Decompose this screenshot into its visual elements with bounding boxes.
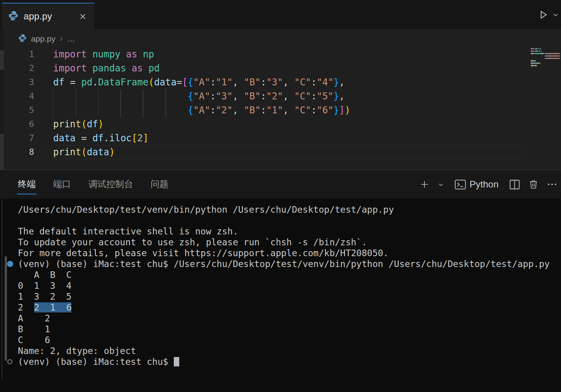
terminal-output: /Users/chu/Desktop/test/venv/bin/python … [0,204,561,367]
panel-tab[interactable]: 端口 [53,170,71,199]
panel-tabs: 终端端口调试控制台问题 [18,170,168,199]
run-button[interactable] [538,9,549,20]
terminal-cursor [174,357,179,366]
terminal-line: 2 2 1 6 [0,302,561,313]
tab-label: app.py [24,11,52,22]
terminal-icon [455,179,466,190]
code-line[interactable]: 6print(df) [0,117,522,131]
minimap[interactable] [530,47,560,74]
code-line[interactable]: 2import pandas as pd [0,61,522,75]
terminal-panel[interactable]: /Users/chu/Desktop/test/venv/bin/python … [0,199,561,392]
code-line[interactable]: 8print(data) [0,145,522,159]
terminal-line: B 1 [0,324,561,335]
terminal-line: C 6 [0,335,561,345]
breadcrumb: app.py › … [18,33,75,45]
terminal-line [0,215,561,226]
line-number: 8 [0,145,34,159]
indent-guides [53,103,188,117]
code-editor: app.py › … 1import numpy as np2import pa… [0,29,561,170]
active-terminal-item[interactable]: Python [455,179,499,190]
line-number: 1 [0,47,34,61]
terminal-shell-label: Python [469,179,499,190]
terminal-line: /Users/chu/Desktop/test/venv/bin/python … [0,204,561,215]
python-file-icon [18,34,27,44]
code-line-content: import pandas as pd [34,61,160,75]
code-lines[interactable]: 1import numpy as np2import pandas as pd3… [0,47,522,159]
code-line-content: import numpy as np [34,47,154,61]
terminal-line: 0 1 3 4 [0,280,561,291]
tab-app-py[interactable]: app.py [2,3,94,29]
terminal-line: For more details, please visit https://s… [0,248,561,258]
code-line-content: print(data) [34,145,115,159]
line-number: 7 [0,131,34,145]
code-line-content: df = pd.DataFrame(data=[{"A":"1", "B":"3… [34,75,345,89]
terminal-line: To update your account to use zsh, pleas… [0,237,561,248]
kill-terminal-button[interactable] [528,179,538,189]
terminal-line: (venv) (base) iMac:test chu$ [0,356,561,367]
close-icon[interactable] [78,11,88,22]
terminal-line: Name: 2, dtype: object [0,345,561,356]
command-decoration-dot[interactable] [7,261,13,267]
terminal-line: 1 3 2 5 [0,291,561,302]
breadcrumb-symbol-more[interactable]: … [67,34,75,43]
terminal-line: (venv) (base) iMac:test chu$ /Users/chu/… [0,258,561,269]
python-file-icon [8,10,19,23]
code-line[interactable]: 7data = df.iloc[2] [0,131,522,145]
breadcrumb-file[interactable]: app.py [31,34,55,43]
panel-tab[interactable]: 问题 [151,170,168,199]
panel-header: 终端端口调试控制台问题 Python [0,170,561,199]
panel-tab[interactable]: 调试控制台 [88,170,133,199]
command-decoration-ring[interactable] [7,359,12,364]
editor-tab-strip: app.py [0,0,561,29]
panel-toolbar: Python [419,170,557,199]
line-number: 4 [0,89,34,103]
breadcrumb-separator-icon: › [60,34,62,44]
terminal-line: The default interactive shell is now zsh… [0,226,561,237]
panel-tab[interactable]: 终端 [18,170,36,199]
terminal-profile-chevron-icon[interactable] [438,182,444,187]
code-line[interactable]: 4{"A":"3", "B":"2", "C":"5"}, [0,89,522,103]
code-line-content: data = df.iloc[2] [34,131,149,145]
line-number: 3 [0,75,34,89]
split-terminal-button[interactable] [509,179,520,190]
line-number: 6 [0,117,34,131]
line-number: 5 [0,103,34,117]
run-dropdown-chevron-icon[interactable] [552,12,559,18]
code-line-content: print(df) [34,117,104,131]
more-actions-icon[interactable] [547,179,557,189]
code-line-content: {"A":"2", "B":"1", "C":"6"}]) [34,103,350,117]
code-line[interactable]: 3df = pd.DataFrame(data=[{"A":"1", "B":"… [0,75,522,89]
new-terminal-button[interactable] [419,179,429,189]
code-line-content: {"A":"3", "B":"2", "C":"5"}, [34,89,345,103]
terminal-line: A B C [0,269,561,280]
code-line[interactable]: 5{"A":"2", "B":"1", "C":"6"}]) [0,103,522,117]
indent-guides [53,89,188,103]
line-number: 2 [0,61,34,75]
code-line[interactable]: 1import numpy as np [0,47,522,61]
terminal-line: A 2 [0,313,561,324]
